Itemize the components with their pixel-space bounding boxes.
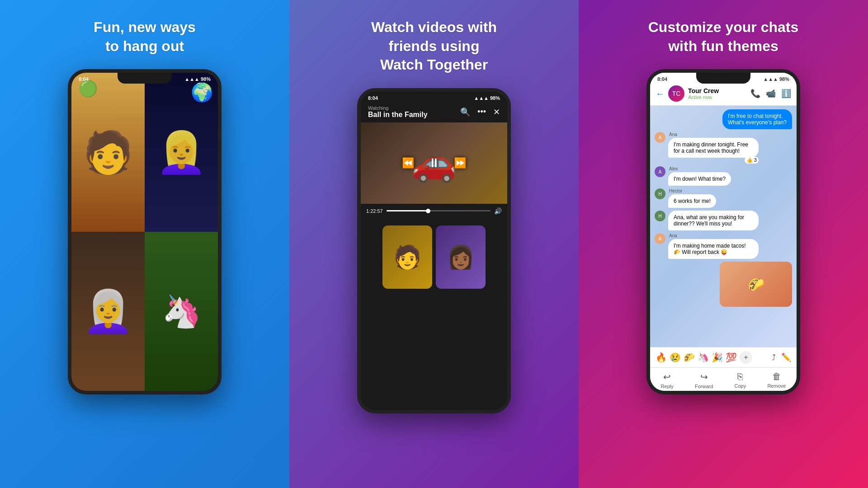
panel-1-title: Fun, new waysto hang out xyxy=(94,18,196,56)
hector-message-2: Ana, what are you making for dinner?? We… xyxy=(668,211,759,230)
person-2-figure: 👱‍♀️ xyxy=(156,129,207,176)
remove-icon: 🗑 xyxy=(772,371,781,382)
rewind-icon[interactable]: ⏪ xyxy=(402,157,414,169)
phone-call-icon[interactable]: 📞 xyxy=(750,89,760,99)
info-icon[interactable]: ℹ️ xyxy=(781,89,791,99)
sent-message-group: I'm free to chat tonight.What's everyone… xyxy=(655,109,792,129)
participant-1-figure: 🧑 xyxy=(393,244,421,270)
hector-message-1: 6 works for me! xyxy=(668,194,716,208)
video-cell-1: 🧑 🟢 xyxy=(71,73,145,232)
received-message-hector-2: H Ana, what are you making for dinner?? … xyxy=(655,211,792,230)
reaction-sad[interactable]: 😢 xyxy=(670,352,681,363)
forward-button[interactable]: ↪ Forward xyxy=(695,371,713,389)
hector-avatar: H xyxy=(655,188,665,199)
panel-3-title: Customize your chatswith fun themes xyxy=(648,18,799,56)
panel-themes: Customize your chatswith fun themes 8:04… xyxy=(579,0,868,488)
chat-messages: I'm free to chat tonight.What's everyone… xyxy=(650,106,797,347)
alex-avatar: A xyxy=(655,166,665,177)
video-grid: 🧑 🟢 👱‍♀️ 🌍 👩‍🦳 🦄 xyxy=(71,73,218,391)
back-icon[interactable]: ← xyxy=(656,89,665,99)
battery-3: ▲▲▲ 98% xyxy=(763,76,789,82)
reply-icon: ↩ xyxy=(663,371,671,382)
image-message-group: 🌮 xyxy=(655,262,792,307)
reaction-unicorn[interactable]: 🦄 xyxy=(698,352,709,363)
person-3-figure: 👩‍🦳 xyxy=(83,288,133,335)
reaction-1: 👍 3 xyxy=(745,157,759,164)
time-3: 8:04 xyxy=(657,76,667,82)
video-title: Ball in the Family xyxy=(368,111,428,119)
taco-image: 🌮 xyxy=(720,262,792,307)
reaction-bar[interactable]: 🔥 😢 🌮 🦄 🎉 💯 + ⤴ ✏️ xyxy=(650,347,797,367)
current-time: 1:22:57 xyxy=(366,208,383,214)
reply-button[interactable]: ↩ Reply xyxy=(661,371,674,389)
received-message-ana-1: A Ana I'm making dinner tonight. Free fo… xyxy=(655,132,792,164)
progress-thumb[interactable] xyxy=(426,209,430,213)
hector-avatar-2: H xyxy=(655,211,665,221)
remove-button[interactable]: 🗑 Remove xyxy=(767,371,786,389)
ar-filter-unicorn: 🦄 xyxy=(145,232,218,391)
sent-message-1: I'm free to chat tonight.What's everyone… xyxy=(722,109,792,129)
pause-icon[interactable]: ⏸ xyxy=(428,155,440,170)
forward-label: Forward xyxy=(695,384,713,389)
playback-controls[interactable]: ⏪ ⏸ ⏩ xyxy=(402,155,466,170)
progress-container: 1:22:57 🔊 xyxy=(361,204,507,218)
ana-avatar-2: A xyxy=(655,233,665,244)
ana-message-1: I'm making dinner tonight. Free for a ca… xyxy=(668,138,759,158)
watch-controls[interactable]: 🔍 ••• ✕ xyxy=(460,107,500,117)
progress-fill xyxy=(387,210,428,211)
participant-2-figure: 👩🏾 xyxy=(447,244,475,270)
received-message-ana-2: A Ana I'm making home made tacos! 🌮 Will… xyxy=(655,233,792,259)
reaction-party[interactable]: 🎉 xyxy=(712,352,723,363)
ana-message-2: I'm making home made tacos! 🌮 Will repor… xyxy=(668,239,759,259)
received-message-alex: A Alex I'm down! What time? xyxy=(655,166,792,186)
phone-1: 8:04 ▲▲▲ 98% 🧑 🟢 👱‍♀️ 🌍 � xyxy=(68,69,222,394)
time-2: 8:04 xyxy=(368,95,378,101)
copy-icon: ⎘ xyxy=(737,371,743,382)
video-player[interactable]: 🚗 ⏪ ⏸ ⏩ xyxy=(361,122,507,204)
status-bar-2: 8:04 ▲▲▲ 98% xyxy=(361,95,507,101)
reply-label: Reply xyxy=(661,384,674,389)
participant-1: 🧑 xyxy=(382,225,432,289)
volume-icon[interactable]: 🔊 xyxy=(494,207,502,215)
video-cell-4: 🦄 xyxy=(145,232,218,391)
reaction-fire[interactable]: 🔥 xyxy=(656,352,667,363)
ar-filter-moon: 🌍 xyxy=(191,82,213,103)
edit-icon[interactable]: ✏️ xyxy=(781,352,791,362)
ana-avatar: A xyxy=(655,132,665,143)
reaction-hundred[interactable]: 💯 xyxy=(726,352,737,363)
ar-filter-1: 🟢 xyxy=(78,80,98,98)
bottom-actions-bar: ↩ Reply ↪ Forward ⎘ Copy 🗑 Remove xyxy=(650,367,797,391)
video-call-icon[interactable]: 📹 xyxy=(766,89,776,99)
progress-track[interactable] xyxy=(387,210,491,211)
video-cell-3: 👩‍🦳 xyxy=(71,232,145,391)
group-status: Active now xyxy=(688,94,747,100)
participant-2: 👩🏾 xyxy=(436,225,486,289)
more-icon[interactable]: ••• xyxy=(477,107,486,117)
fast-forward-icon[interactable]: ⏩ xyxy=(454,157,466,169)
received-message-hector-1: H Hector 6 works for me! xyxy=(655,188,792,208)
copy-label: Copy xyxy=(735,383,746,389)
messenger-screen: ← TC Tour Crew Active now 📞 📹 ℹ️ I'm fre… xyxy=(650,73,797,391)
phone-3: 8:04 ▲▲▲ 98% ← TC Tour Crew Active now 📞… xyxy=(646,69,800,394)
panel-video-chat: Fun, new waysto hang out 8:04 ▲▲▲ 98% 🧑 … xyxy=(0,0,289,488)
alex-message: I'm down! What time? xyxy=(668,172,731,186)
phone-2: 8:04 ▲▲▲ 98% Watching Ball in the Family… xyxy=(357,88,511,413)
remove-label: Remove xyxy=(767,383,786,389)
share-icon[interactable]: ⤴ xyxy=(772,353,776,362)
close-icon[interactable]: ✕ xyxy=(493,107,500,117)
forward-icon: ↪ xyxy=(700,371,708,382)
sender-hector: Hector xyxy=(668,188,716,193)
status-bar-3: 8:04 ▲▲▲ 98% xyxy=(650,76,797,82)
sender-ana: Ana xyxy=(668,132,759,137)
watching-label: Watching xyxy=(368,105,428,111)
video-cell-2: 👱‍♀️ 🌍 xyxy=(145,73,218,232)
status-bar-1: 8:04 ▲▲▲ 98% xyxy=(71,76,218,82)
watch-together-screen: Watching Ball in the Family 🔍 ••• ✕ 🚗 ⏪ … xyxy=(361,92,507,410)
copy-button[interactable]: ⎘ Copy xyxy=(735,371,746,389)
reaction-taco[interactable]: 🌮 xyxy=(684,352,695,363)
time-1: 8:04 xyxy=(79,76,89,82)
add-reaction-button[interactable]: + xyxy=(740,351,752,364)
person-1-figure: 🧑 xyxy=(83,129,133,176)
search-icon[interactable]: 🔍 xyxy=(460,107,470,117)
sender-alex: Alex xyxy=(668,166,731,171)
